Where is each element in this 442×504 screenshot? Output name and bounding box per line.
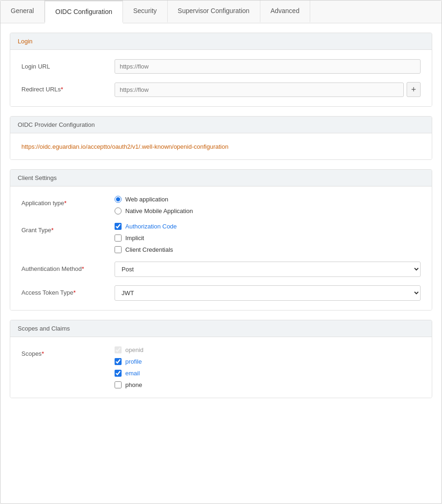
auth-method-required: *: [82, 265, 84, 272]
login-section-header: Login: [10, 33, 432, 50]
add-redirect-url-button[interactable]: +: [407, 82, 421, 97]
client-settings-body: Application type* Web application Native…: [10, 186, 432, 310]
grant-type-group: Authorization Code Implicit Client Crede…: [115, 223, 421, 253]
tab-supervisor[interactable]: Supervisor Configuration: [168, 0, 260, 23]
scopes-group: openid profile email: [115, 346, 421, 388]
app-type-native-label: Native Mobile Application: [125, 207, 193, 214]
scope-phone-checkbox[interactable]: [115, 381, 122, 388]
redirect-url-wrap: +: [115, 82, 421, 97]
grant-type-label: Grant Type*: [21, 223, 115, 234]
grant-type-row: Grant Type* Authorization Code Implicit: [21, 223, 421, 253]
grant-implicit-label: Implicit: [125, 235, 144, 242]
app-type-native[interactable]: Native Mobile Application: [115, 207, 421, 214]
scopes-body: Scopes* openid profile: [10, 337, 432, 398]
access-token-select[interactable]: JWT Opaque: [115, 285, 421, 301]
grant-auth-code-checkbox[interactable]: [115, 223, 122, 230]
scopes-title: Scopes and Claims: [18, 325, 70, 332]
scope-openid-label: openid: [125, 346, 143, 353]
grant-client-creds-label: Client Credentials: [125, 246, 173, 253]
client-settings-header: Client Settings: [10, 170, 432, 186]
app-type-required: *: [64, 200, 67, 207]
scope-phone-label: phone: [125, 381, 142, 388]
grant-implicit[interactable]: Implicit: [115, 235, 421, 242]
access-token-required: *: [74, 289, 76, 296]
app-type-web-radio[interactable]: [115, 196, 122, 203]
scope-openid-checkbox[interactable]: [115, 346, 122, 353]
redirect-required-indicator: *: [61, 86, 63, 93]
grant-client-creds-checkbox[interactable]: [115, 246, 122, 253]
client-settings-section: Client Settings Application type* Web ap…: [10, 169, 432, 311]
auth-method-label: Authentication Method*: [21, 262, 115, 272]
client-settings-title: Client Settings: [18, 174, 57, 181]
access-token-wrap: JWT Opaque: [115, 285, 421, 301]
application-type-row: Application type* Web application Native…: [21, 196, 421, 214]
grant-type-required: *: [51, 227, 54, 234]
main-content: Login Login URL Redirect URLs*: [0, 23, 442, 407]
app-type-group: Web application Native Mobile Applicatio…: [115, 196, 421, 214]
grant-type-options: Authorization Code Implicit Client Crede…: [115, 223, 421, 253]
grant-implicit-checkbox[interactable]: [115, 235, 122, 242]
oidc-provider-title: OIDC Provider Configuration: [18, 121, 95, 128]
scope-email-checkbox[interactable]: [115, 370, 122, 377]
login-url-row: Login URL: [21, 59, 421, 74]
login-url-label: Login URL: [21, 59, 115, 70]
scope-phone[interactable]: phone: [115, 381, 421, 388]
oidc-provider-link[interactable]: https://oidc.eguardian.io/acceptto/oauth…: [21, 143, 228, 150]
access-token-row: Access Token Type* JWT Opaque: [21, 285, 421, 301]
auth-method-select[interactable]: Post Basic None: [115, 262, 421, 277]
login-section-body: Login URL Redirect URLs* +: [10, 50, 432, 106]
redirect-url-label: Redirect URLs*: [21, 82, 115, 93]
tab-general[interactable]: General: [0, 0, 45, 23]
grant-auth-code-label: Authorization Code: [125, 223, 177, 230]
login-section-title: Login: [18, 38, 33, 45]
tab-bar: General OIDC Configuration Security Supe…: [0, 0, 442, 23]
login-url-input[interactable]: [115, 59, 421, 74]
scopes-options: openid profile email: [115, 346, 421, 388]
tab-advanced[interactable]: Advanced: [260, 0, 310, 23]
application-type-label: Application type*: [21, 196, 115, 207]
login-section: Login Login URL Redirect URLs*: [10, 33, 432, 107]
oidc-provider-header: OIDC Provider Configuration: [10, 117, 432, 133]
scopes-required: *: [41, 350, 44, 357]
scopes-row: Scopes* openid profile: [21, 346, 421, 388]
grant-client-creds[interactable]: Client Credentials: [115, 246, 421, 253]
oidc-provider-section: OIDC Provider Configuration https://oidc…: [10, 116, 432, 160]
scope-profile[interactable]: profile: [115, 358, 421, 365]
scope-email[interactable]: email: [115, 370, 421, 377]
scope-profile-checkbox[interactable]: [115, 358, 122, 365]
login-url-wrap: [115, 59, 421, 74]
tab-oidc[interactable]: OIDC Configuration: [45, 0, 123, 23]
oidc-provider-body: https://oidc.eguardian.io/acceptto/oauth…: [10, 133, 432, 159]
redirect-url-input-row: +: [115, 82, 421, 97]
scope-email-label: email: [125, 370, 140, 377]
scope-profile-label: profile: [125, 358, 142, 365]
redirect-url-row: Redirect URLs* +: [21, 82, 421, 97]
auth-method-wrap: Post Basic None: [115, 262, 421, 277]
application-type-options: Web application Native Mobile Applicatio…: [115, 196, 421, 214]
scopes-section: Scopes and Claims Scopes* openid: [10, 320, 432, 398]
redirect-url-input[interactable]: [115, 83, 404, 97]
app-type-native-radio[interactable]: [115, 207, 122, 214]
scope-openid[interactable]: openid: [115, 346, 421, 353]
grant-auth-code[interactable]: Authorization Code: [115, 223, 421, 230]
page-container: General OIDC Configuration Security Supe…: [0, 0, 442, 504]
scopes-header: Scopes and Claims: [10, 320, 432, 337]
app-type-web[interactable]: Web application: [115, 196, 421, 203]
scopes-label: Scopes*: [21, 346, 115, 357]
auth-method-row: Authentication Method* Post Basic None: [21, 262, 421, 277]
access-token-label: Access Token Type*: [21, 285, 115, 296]
tab-security[interactable]: Security: [123, 0, 168, 23]
app-type-web-label: Web application: [125, 196, 168, 203]
